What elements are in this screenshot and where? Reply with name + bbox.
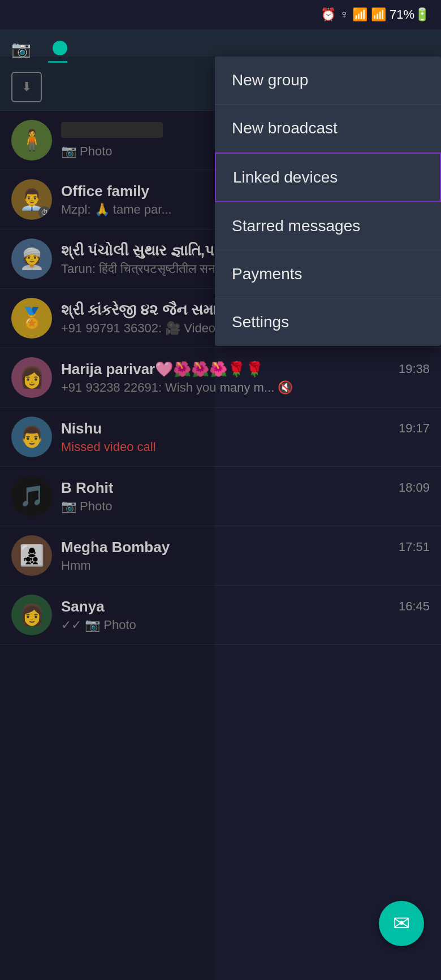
dropdown-item-payments[interactable]: Payments [215, 250, 441, 298]
alarm-icon: ⏰ [321, 7, 336, 22]
location-icon: ♀ [339, 7, 349, 22]
battery-text: 71%🔋 [390, 7, 430, 22]
signal-icon: 📶 [371, 7, 386, 22]
chat-time: 19:38 [399, 362, 430, 376]
chat-time: 19:17 [399, 421, 430, 436]
wifi-icon: 📶 [352, 7, 368, 22]
chat-time: 17:51 [399, 540, 430, 554]
chat-time: 16:45 [399, 599, 430, 614]
overlay-dim [0, 57, 215, 980]
chat-time: 18:09 [399, 480, 430, 495]
dropdown-item-new-group[interactable]: New group [215, 57, 441, 105]
dropdown-item-linked-devices[interactable]: Linked devices [215, 153, 441, 202]
dropdown-item-starred-messages[interactable]: Starred messages [215, 202, 441, 250]
status-bar: ⏰ ♀ 📶 📶 71%🔋 [0, 0, 441, 29]
compose-icon: ✉ [393, 912, 410, 935]
dropdown-menu: New groupNew broadcastLinked devicesStar… [215, 57, 441, 346]
dropdown-item-new-broadcast[interactable]: New broadcast [215, 105, 441, 153]
dropdown-item-settings[interactable]: Settings [215, 298, 441, 346]
mute-icon: 🔇 [278, 380, 293, 395]
compose-fab[interactable]: ✉ [379, 901, 424, 946]
status-icons: ⏰ ♀ 📶 📶 71%🔋 [321, 7, 430, 22]
chats-badge [53, 41, 67, 55]
